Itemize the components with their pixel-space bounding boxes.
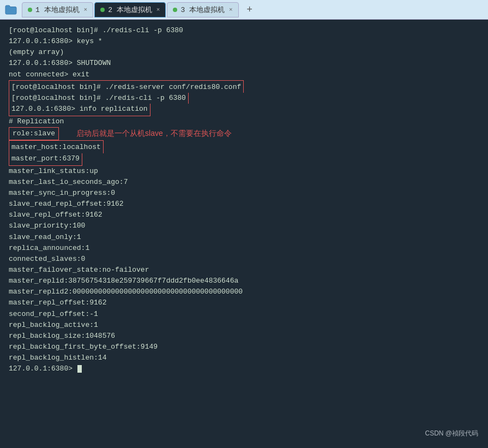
line-text: [root@localhost bin]# ./redis-server con… xyxy=(9,80,244,93)
terminal-line-26: second_repl_offset:-1 xyxy=(9,309,479,320)
tab-1[interactable]: 1 本地虚拟机 × xyxy=(22,2,93,17)
folder-icon xyxy=(2,1,20,19)
line-text: slave_repl_offset:9162 xyxy=(9,210,103,220)
terminal-line-20: replica_announced:1 xyxy=(9,243,479,254)
tab-3-label: 3 本地虚拟机 xyxy=(180,5,225,15)
terminal-line-12: master_port:6379 xyxy=(9,153,479,166)
terminal-line-5: not connected> exit xyxy=(9,69,479,80)
terminal-line-3: (empty array) xyxy=(9,47,479,58)
terminal-line-27: repl_backlog_active:1 xyxy=(9,320,479,331)
terminal-line-13: master_link_status:up xyxy=(9,166,479,177)
terminal-line-16: slave_read_repl_offset:9162 xyxy=(9,199,479,210)
line-text: slave_read_repl_offset:9162 xyxy=(9,199,124,210)
terminal-line-9: # Replication xyxy=(9,116,479,127)
tab-3-close[interactable]: × xyxy=(229,7,233,13)
tab-3[interactable]: 3 本地虚拟机 × xyxy=(167,2,238,17)
tab-1-close[interactable]: × xyxy=(84,7,88,13)
line-text: master_replid:38756754318e259739667f7ddd… xyxy=(9,276,238,286)
terminal-line-21: connected_slaves:0 xyxy=(9,254,479,265)
tab-2-label: 2 本地虚拟机 xyxy=(108,5,152,15)
role-slave-box: role:slave xyxy=(9,127,59,140)
terminal-line-17: slave_repl_offset:9162 xyxy=(9,210,479,220)
annotation-text: 启动后就是一个从机slave，不需要在执行命令 xyxy=(76,128,232,140)
terminal-line-2: 127.0.0.1:6380> keys * xyxy=(9,36,479,47)
tab-dot-1 xyxy=(28,8,32,12)
terminal-line-14: master_last_io_seconds_ago:7 xyxy=(9,177,479,188)
line-text: slave_read_only:1 xyxy=(9,232,81,243)
line-text: master_port:6379 xyxy=(9,153,82,166)
line-text: master_failover_state:no-failover xyxy=(9,265,149,276)
line-text: repl_backlog_first_byte_offset:9149 xyxy=(9,342,158,353)
line-text: repl_backlog_active:1 xyxy=(9,320,98,331)
terminal-line-7: [root@localhost bin]# ./redis-cli -p 638… xyxy=(9,93,479,104)
line-text: repl_backlog_histlen:14 xyxy=(9,353,106,363)
terminal-line-6: [root@localhost bin]# ./redis-server con… xyxy=(9,80,479,93)
line-text: # Replication xyxy=(9,116,64,127)
tab-bar: 1 本地虚拟机 × 2 本地虚拟机 × 3 本地虚拟机 × + xyxy=(0,0,488,20)
cursor xyxy=(77,365,82,373)
line-text: 127.0.0.1:6380> xyxy=(9,363,77,374)
terminal-line-31: 127.0.0.1:6380> xyxy=(9,363,479,374)
terminal-line-28: repl_backlog_size:1048576 xyxy=(9,331,479,342)
terminal-line-1: [root@localhost bin]# ./redis-cli -p 638… xyxy=(9,25,479,36)
line-text: second_repl_offset:-1 xyxy=(9,309,98,320)
line-text: [root@localhost bin]# ./redis-cli -p 638… xyxy=(9,93,189,104)
line-text: 127.0.0.1:6380> info replication xyxy=(9,104,150,116)
line-text: 127.0.0.1:6380> SHUTDOWN xyxy=(9,58,111,69)
tab-dot-2 xyxy=(100,8,105,12)
watermark: CSDN @祯段代码 xyxy=(425,429,478,438)
terminal-line-10: role:slave启动后就是一个从机slave，不需要在执行命令 xyxy=(9,127,479,140)
line-text: master_replid2:0000000000000000000000000… xyxy=(9,286,243,297)
tab-2[interactable]: 2 本地虚拟机 × xyxy=(94,2,166,17)
line-text: master_repl_offset:9162 xyxy=(9,297,106,308)
terminal-line-11: master_host:localhost xyxy=(9,140,479,153)
terminal-line-29: repl_backlog_first_byte_offset:9149 xyxy=(9,342,479,353)
line-text: repl_backlog_size:1048576 xyxy=(9,331,115,342)
line-text: [root@localhost bin]# ./redis-cli -p 638… xyxy=(9,25,183,36)
terminal-line-24: master_replid2:0000000000000000000000000… xyxy=(9,286,479,297)
line-text: not connected> exit xyxy=(9,69,89,80)
line-text: master_host:localhost xyxy=(9,140,104,153)
terminal-line-22: master_failover_state:no-failover xyxy=(9,265,479,276)
new-tab-button[interactable]: + xyxy=(242,2,257,17)
terminal-line-18: slave_priority:100 xyxy=(9,220,479,231)
line-text: master_sync_in_progress:0 xyxy=(9,188,115,199)
line-text: (empty array) xyxy=(9,47,64,58)
line-text: connected_slaves:0 xyxy=(9,254,85,265)
line-text: master_link_status:up xyxy=(9,166,98,177)
line-text: master_last_io_seconds_ago:7 xyxy=(9,177,128,188)
tab-1-label: 1 本地虚拟机 xyxy=(35,5,80,15)
tab-2-close[interactable]: × xyxy=(156,7,160,13)
terminal-line-4: 127.0.0.1:6380> SHUTDOWN xyxy=(9,58,479,69)
terminal-line-25: master_repl_offset:9162 xyxy=(9,297,479,308)
terminal-line-19: slave_read_only:1 xyxy=(9,232,479,243)
terminal-line-15: master_sync_in_progress:0 xyxy=(9,188,479,199)
terminal: [root@localhost bin]# ./redis-cli -p 638… xyxy=(0,20,488,448)
terminal-line-23: master_replid:38756754318e259739667f7ddd… xyxy=(9,276,479,286)
line-text: replica_announced:1 xyxy=(9,243,89,254)
line-text: slave_priority:100 xyxy=(9,220,85,231)
terminal-line-30: repl_backlog_histlen:14 xyxy=(9,353,479,363)
line-text: 127.0.0.1:6380> keys * xyxy=(9,36,103,47)
tab-dot-3 xyxy=(173,8,177,12)
terminal-line-8: 127.0.0.1:6380> info replication xyxy=(9,104,479,116)
